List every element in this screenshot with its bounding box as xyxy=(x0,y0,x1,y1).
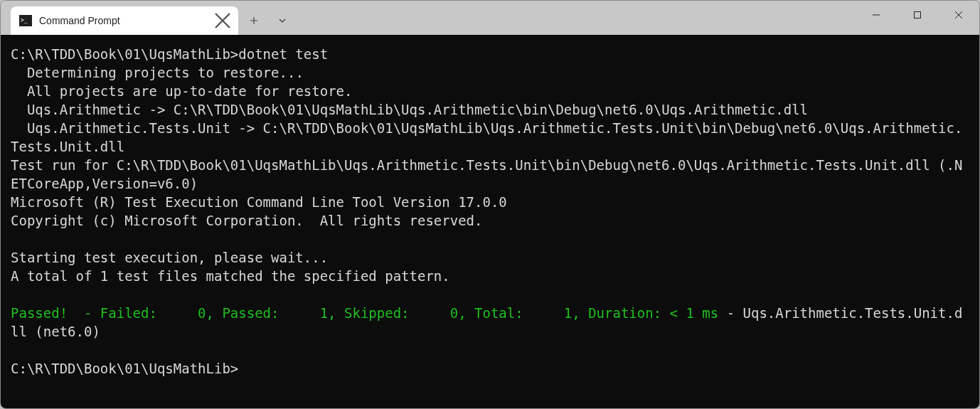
new-tab-button[interactable] xyxy=(241,8,267,33)
window-controls xyxy=(856,1,979,35)
output-line: Uqs.Arithmetic.Tests.Unit -> C:\R\TDD\Bo… xyxy=(11,120,962,154)
output-line: All projects are up-to-date for restore. xyxy=(11,83,352,99)
prompt-line-final: C:\R\TDD\Book\01\UqsMathLib> xyxy=(11,361,238,376)
output-line: Uqs.Arithmetic -> C:\R\TDD\Book\01\UqsMa… xyxy=(11,102,808,117)
output-line: A total of 1 test files matched the spec… xyxy=(11,268,450,284)
output-line: Test run for C:\R\TDD\Book\01\UqsMathLib… xyxy=(11,157,962,191)
close-button[interactable] xyxy=(938,1,979,29)
close-icon[interactable] xyxy=(214,12,231,29)
tab-title: Command Prompt xyxy=(39,15,214,26)
terminal-output: C:\R\TDD\Book\01\UqsMathLib>dotnet test … xyxy=(11,45,969,378)
output-line: Microsoft (R) Test Execution Command Lin… xyxy=(11,194,507,210)
test-result-passed: Passed! - Failed: 0, Passed: 1, Skipped:… xyxy=(11,305,718,321)
tab-dropdown-button[interactable] xyxy=(270,8,295,33)
cmd-icon xyxy=(19,15,32,26)
svg-rect-0 xyxy=(915,12,921,18)
output-line: Determining projects to restore... xyxy=(11,65,304,80)
maximize-button[interactable] xyxy=(897,1,938,29)
tab-command-prompt[interactable]: Command Prompt xyxy=(11,6,238,35)
terminal-window: Command Prompt C:\R\TDD\Book\0 xyxy=(0,0,980,409)
tab-actions xyxy=(241,6,295,35)
minimize-button[interactable] xyxy=(856,1,897,29)
prompt-line: C:\R\TDD\Book\01\UqsMathLib>dotnet test xyxy=(11,46,328,62)
titlebar: Command Prompt xyxy=(1,1,979,35)
terminal-body[interactable]: C:\R\TDD\Book\01\UqsMathLib>dotnet test … xyxy=(1,35,979,408)
output-line: Starting test execution, please wait... xyxy=(11,250,328,265)
output-line: Copyright (c) Microsoft Corporation. All… xyxy=(11,213,482,228)
